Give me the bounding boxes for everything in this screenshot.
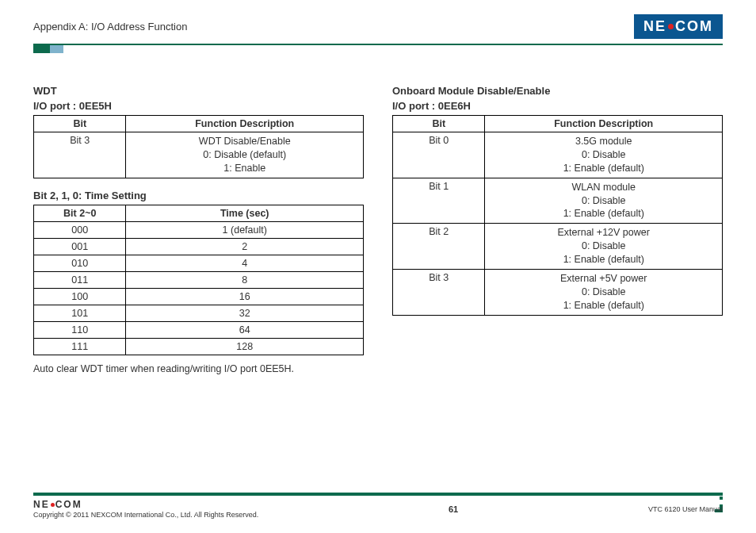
logo-text-right: COM xyxy=(675,18,713,35)
col-time: Time (sec) xyxy=(126,205,364,221)
wdt-note: Auto clear WDT timer when reading/writin… xyxy=(33,363,364,374)
module-table: Bit Function Description Bit 03.5G modul… xyxy=(392,115,723,316)
cell-bits: 000 xyxy=(34,221,126,238)
cell-time: 8 xyxy=(126,271,364,288)
cell-time: 1 (default) xyxy=(126,221,364,238)
cell-bit: Bit 0 xyxy=(393,132,485,178)
cell-time: 16 xyxy=(126,288,364,305)
cell-desc: WDT Disable/Enable 0: Disable (default) … xyxy=(126,132,364,178)
table-row: 0012 xyxy=(34,238,364,255)
col-bit: Bit xyxy=(393,116,485,132)
wdt-table: Bit Function Description Bit 3 WDT Disab… xyxy=(33,115,364,178)
right-column: Onboard Module Disable/Enable I/O port :… xyxy=(392,85,723,374)
cell-bits: 100 xyxy=(34,288,126,305)
desc-line: 0: Disable (default) xyxy=(132,148,357,162)
page-footer: NE COM Copyright © 2011 NEXCOM Internati… xyxy=(33,493,723,519)
logo-dot-icon xyxy=(668,24,674,29)
copyright-text: Copyright © 2011 NEXCOM International Co… xyxy=(33,511,258,519)
module-port: I/O port : 0EE6H xyxy=(392,100,723,112)
table-header-row: Bit Function Description xyxy=(34,116,364,132)
cell-bit: Bit 3 xyxy=(393,269,485,315)
manual-name: VTC 6120 User Manual xyxy=(648,505,723,513)
cell-time: 4 xyxy=(126,255,364,271)
footer-logo: NE COM xyxy=(33,499,258,510)
page-header: Appendix A: I/O Address Function NE COM xyxy=(33,14,723,39)
cell-desc: WLAN module0: Disable1: Enable (default) xyxy=(485,178,723,224)
table-row: 0001 (default) xyxy=(34,221,364,238)
footer-logo-dot-icon xyxy=(51,503,55,507)
desc-line: 1: Enable (default) xyxy=(491,162,716,175)
table-row: Bit 03.5G module0: Disable1: Enable (def… xyxy=(393,132,723,178)
table-row: 11064 xyxy=(34,321,364,338)
table-row: 10132 xyxy=(34,305,364,321)
cell-bits: 111 xyxy=(34,338,126,355)
desc-line: 1: Enable (default) xyxy=(491,207,716,220)
desc-line: 1: Enable (default) xyxy=(491,253,716,266)
cell-time: 32 xyxy=(126,305,364,321)
desc-line: WDT Disable/Enable xyxy=(132,135,357,148)
desc-line: External +12V power xyxy=(491,226,716,240)
desc-line: 0: Disable xyxy=(491,240,716,253)
desc-line: 1: Enable (default) xyxy=(491,299,716,313)
table-row: Bit 2External +12V power0: Disable1: Ena… xyxy=(393,224,723,270)
table-row: Bit 3External +5V power0: Disable1: Enab… xyxy=(393,269,723,315)
cell-time: 128 xyxy=(126,338,364,355)
table-row: Bit 3 WDT Disable/Enable 0: Disable (def… xyxy=(34,132,364,178)
cell-bits: 001 xyxy=(34,238,126,255)
time-setting-heading: Bit 2, 1, 0: Time Setting xyxy=(33,190,364,201)
desc-line: External +5V power xyxy=(491,272,716,286)
accent-block xyxy=(33,45,63,53)
col-func: Function Description xyxy=(485,116,723,132)
cell-bits: 110 xyxy=(34,321,126,338)
desc-line: 0: Disable xyxy=(491,286,716,299)
time-table: Bit 2~0 Time (sec) 0001 (default)0012010… xyxy=(33,205,364,355)
cell-desc: External +5V power0: Disable1: Enable (d… xyxy=(485,269,723,315)
col-func: Function Description xyxy=(126,116,364,132)
appendix-title: Appendix A: I/O Address Function xyxy=(33,21,187,33)
cell-bit: Bit 1 xyxy=(393,178,485,224)
desc-line: WLAN module xyxy=(491,181,716,194)
footer-logo-left: NE xyxy=(33,499,50,510)
nexcom-logo: NE COM xyxy=(634,14,723,39)
table-header-row: Bit 2~0 Time (sec) xyxy=(34,205,364,221)
cell-time: 2 xyxy=(126,238,364,255)
col-bit: Bit xyxy=(34,116,126,132)
cell-desc: 3.5G module0: Disable1: Enable (default) xyxy=(485,132,723,178)
table-row: Bit 1WLAN module0: Disable1: Enable (def… xyxy=(393,178,723,224)
footer-rule xyxy=(33,493,723,496)
wdt-port: I/O port : 0EE5H xyxy=(33,100,364,112)
table-row: 10016 xyxy=(34,288,364,305)
cell-bits: 010 xyxy=(34,255,126,271)
table-row: 0104 xyxy=(34,255,364,271)
left-column: WDT I/O port : 0EE5H Bit Function Descri… xyxy=(33,85,364,374)
footer-logo-right: COM xyxy=(55,499,82,510)
cell-time: 64 xyxy=(126,321,364,338)
wdt-title: WDT xyxy=(33,85,364,97)
page-number: 61 xyxy=(449,504,458,514)
cell-bit: Bit 3 xyxy=(34,132,126,178)
content-columns: WDT I/O port : 0EE5H Bit Function Descri… xyxy=(33,85,723,374)
module-title: Onboard Module Disable/Enable xyxy=(392,85,723,97)
cell-desc: External +12V power0: Disable1: Enable (… xyxy=(485,224,723,270)
desc-line: 3.5G module xyxy=(491,135,716,148)
cell-bits: 011 xyxy=(34,271,126,288)
logo-text-left: NE xyxy=(643,18,666,35)
desc-line: 0: Disable xyxy=(491,148,716,162)
table-row: 0118 xyxy=(34,271,364,288)
cell-bit: Bit 2 xyxy=(393,224,485,270)
desc-line: 1: Enable xyxy=(132,162,357,175)
header-rule xyxy=(33,44,723,45)
cell-bits: 101 xyxy=(34,305,126,321)
desc-line: 0: Disable xyxy=(491,194,716,208)
col-bit20: Bit 2~0 xyxy=(34,205,126,221)
table-header-row: Bit Function Description xyxy=(393,116,723,132)
table-row: 111128 xyxy=(34,338,364,355)
